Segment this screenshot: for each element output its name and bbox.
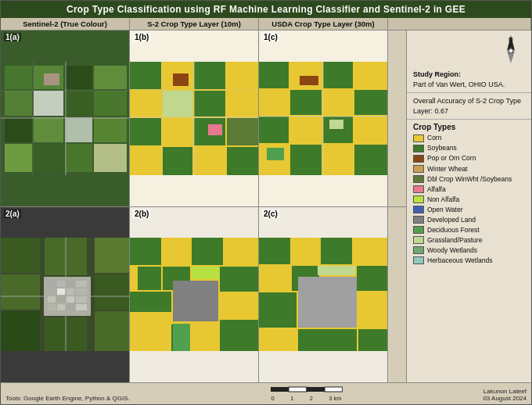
legend-swatch-0 xyxy=(413,134,424,142)
svg-rect-16 xyxy=(65,144,92,172)
svg-rect-22 xyxy=(44,73,59,85)
column-headers: Sentinel-2 (True Colour) S-2 Crop Type L… xyxy=(1,18,531,30)
crop-map-2c xyxy=(259,238,387,351)
legend-swatch-12 xyxy=(413,256,424,264)
svg-rect-122 xyxy=(292,238,319,264)
legend-item-8: Developed Land xyxy=(413,216,525,224)
svg-rect-76 xyxy=(57,289,65,295)
svg-rect-40 xyxy=(173,73,189,86)
svg-rect-91 xyxy=(95,274,129,310)
svg-rect-24 xyxy=(130,62,161,89)
scale-bar-graphic xyxy=(271,384,343,395)
legend-item-1: Soybeans xyxy=(413,144,525,152)
svg-rect-127 xyxy=(298,277,357,328)
svg-rect-83 xyxy=(48,304,56,310)
svg-rect-65 xyxy=(267,148,284,160)
map-label-2b: 2(b) xyxy=(133,210,150,218)
svg-rect-84 xyxy=(57,304,65,310)
svg-rect-140 xyxy=(289,387,307,392)
legend-swatch-1 xyxy=(413,145,424,152)
svg-rect-123 xyxy=(321,238,352,264)
svg-rect-131 xyxy=(357,292,387,328)
crop-map-2b xyxy=(130,238,258,351)
svg-rect-130 xyxy=(259,292,297,328)
map-2c: 2(c) xyxy=(259,207,388,383)
crop-map-1b xyxy=(130,62,258,175)
svg-rect-79 xyxy=(48,296,56,303)
svg-rect-86 xyxy=(76,304,87,310)
svg-rect-6 xyxy=(5,91,32,116)
crop-map-1c xyxy=(259,62,387,175)
svg-rect-27 xyxy=(227,62,258,89)
legend-swatch-7 xyxy=(413,206,424,213)
svg-rect-142 xyxy=(325,387,343,392)
legend-item-6: Non Alfalfa xyxy=(413,195,525,204)
svg-rect-54 xyxy=(354,90,387,115)
svg-rect-73 xyxy=(66,281,74,287)
col-header-3: USDA Crop Type Layer (30m) xyxy=(259,18,388,30)
legend-swatch-9 xyxy=(413,226,424,234)
svg-rect-106 xyxy=(173,281,218,321)
legend-swatch-11 xyxy=(413,246,424,254)
svg-rect-115 xyxy=(220,320,258,351)
legend-item-12: Herbaceous Wetlands xyxy=(413,256,525,265)
map-label-2c: 2(c) xyxy=(262,210,279,218)
main-container: Crop Type Classification using RF Machin… xyxy=(0,0,532,405)
legend-label-5: Alfalfa xyxy=(427,185,446,194)
svg-rect-90 xyxy=(95,238,129,273)
svg-rect-87 xyxy=(1,238,40,273)
scale-0: 0 xyxy=(271,395,275,402)
map-1b: 1(b) xyxy=(130,30,259,206)
title-bar: Crop Type Classification using RF Machin… xyxy=(1,1,531,18)
svg-rect-30 xyxy=(194,91,225,116)
legend-label-2: Pop or Orn Corn xyxy=(427,154,476,163)
legend-label-11: Woody Wetlands xyxy=(427,246,477,255)
svg-rect-80 xyxy=(57,296,65,303)
legend-label-8: Developed Land xyxy=(427,216,476,224)
legend-label-4: Dbl Crop WinWht /Soybeans xyxy=(427,175,512,184)
svg-rect-128 xyxy=(318,266,355,275)
footer-author: Lakunon Lateef xyxy=(483,388,527,395)
svg-rect-53 xyxy=(323,90,353,115)
maps-area: 1(a) xyxy=(1,30,406,382)
svg-rect-89 xyxy=(1,311,40,351)
svg-rect-7 xyxy=(34,91,63,116)
svg-rect-17 xyxy=(94,144,127,172)
legend-label-6: Non Alfalfa xyxy=(427,195,459,204)
svg-rect-118 xyxy=(173,324,190,351)
col-header-2: S-2 Crop Type Layer (10m) xyxy=(130,18,259,30)
legend-swatch-3 xyxy=(413,165,424,173)
svg-rect-32 xyxy=(130,118,161,145)
svg-rect-28 xyxy=(130,91,161,116)
scale-bar: 0 1 2 3 km xyxy=(271,385,343,402)
svg-rect-35 xyxy=(227,118,258,145)
map-row-2: 2(a) xyxy=(1,207,406,383)
svg-rect-74 xyxy=(76,281,87,287)
scale-3km: 3 km xyxy=(329,395,341,402)
svg-rect-47 xyxy=(259,62,289,88)
svg-rect-119 xyxy=(192,321,218,351)
map-label-2a: 2(a) xyxy=(4,210,21,218)
svg-rect-8 xyxy=(65,91,92,116)
svg-rect-107 xyxy=(192,267,223,279)
svg-rect-10 xyxy=(5,117,32,142)
satellite-map-1a xyxy=(1,62,129,175)
legend-label-0: Corn xyxy=(427,134,441,142)
svg-rect-33 xyxy=(163,118,192,145)
legend-label-10: Grassland/Pasture xyxy=(427,236,482,245)
legend-swatch-8 xyxy=(413,216,424,224)
svg-rect-81 xyxy=(66,296,74,303)
legend-swatch-4 xyxy=(413,175,424,183)
svg-rect-78 xyxy=(76,289,87,295)
legend-label-7: Open Water xyxy=(427,206,463,214)
svg-rect-36 xyxy=(130,147,161,175)
svg-rect-61 xyxy=(323,145,353,175)
legend-item-11: Woody Wetlands xyxy=(413,246,525,255)
map-1c: 1(c) xyxy=(259,30,388,206)
legend-item-4: Dbl Crop WinWht /Soybeans xyxy=(413,175,525,184)
map-label-1c: 1(c) xyxy=(262,33,279,41)
scale-1: 1 xyxy=(290,395,293,402)
svg-rect-49 xyxy=(323,62,353,88)
svg-rect-92 xyxy=(95,311,129,351)
legend-label-12: Herbaceous Wetlands xyxy=(427,256,492,265)
